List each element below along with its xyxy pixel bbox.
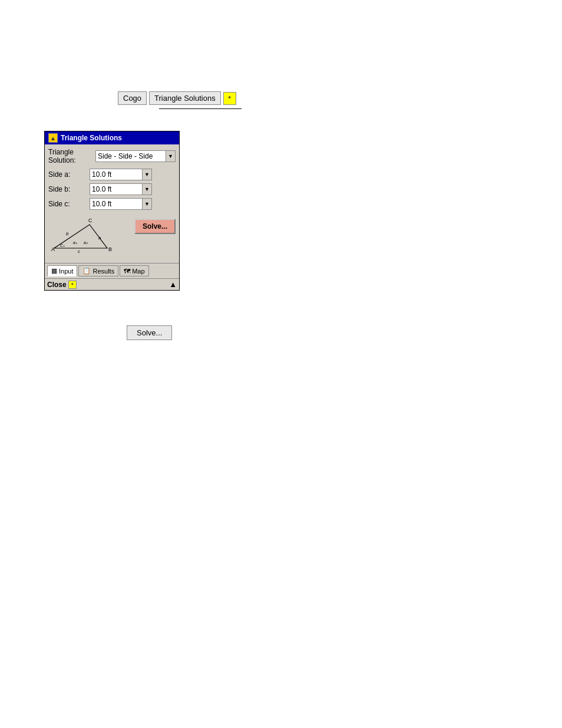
side-b-dropdown-btn[interactable]: ▼	[143, 183, 152, 195]
toolbar-icon-button[interactable]: *	[223, 92, 236, 105]
solution-row: Triangle Solution: ▼	[48, 148, 176, 164]
svg-text:C: C	[88, 218, 92, 223]
side-c-dropdown-btn[interactable]: ▼	[143, 198, 152, 210]
dialog-titlebar: ▲ Triangle Solutions	[45, 131, 179, 144]
solution-label: Triangle Solution:	[48, 148, 93, 164]
side-a-row: Side a: ▼	[48, 169, 176, 180]
side-a-combo: ▼	[90, 169, 152, 180]
dialog-title-icon: ▲	[48, 133, 58, 143]
side-c-combo: ▼	[90, 198, 152, 210]
side-a-dropdown-btn[interactable]: ▼	[143, 169, 152, 180]
side-b-label: Side b:	[48, 185, 90, 193]
svg-text:C₁: C₁	[60, 243, 65, 248]
footer-triangle-icon: ▲	[169, 280, 177, 289]
triangle-solutions-button[interactable]: Triangle Solutions	[149, 91, 221, 105]
toolbar-underline	[159, 108, 242, 109]
svg-text:a₂: a₂	[84, 241, 88, 245]
side-c-row: Side c: ▼	[48, 198, 176, 210]
side-a-label: Side a:	[48, 170, 90, 179]
tab-input[interactable]: ▦ Input	[47, 265, 77, 276]
input-tab-label: Input	[59, 268, 73, 275]
side-c-input[interactable]	[90, 198, 143, 210]
results-tab-label: Results	[92, 268, 114, 275]
results-tab-icon: 📋	[82, 267, 91, 275]
main-solve-button[interactable]: Solve...	[127, 325, 172, 340]
dialog-title-text: Triangle Solutions	[61, 134, 122, 142]
close-button[interactable]: Close *	[47, 281, 77, 289]
side-a-input[interactable]	[90, 169, 143, 180]
side-c-label: Side c:	[48, 200, 90, 208]
solution-combo-dropdown-btn[interactable]: ▼	[166, 150, 176, 162]
solution-combo-container: ▼	[95, 150, 176, 162]
dialog-tabs: ▦ Input 📋 Results 🗺 Map	[45, 263, 179, 278]
input-tab-icon: ▦	[51, 267, 57, 275]
close-icon: *	[68, 281, 77, 289]
side-b-input[interactable]	[90, 183, 143, 195]
side-b-row: Side b: ▼	[48, 183, 176, 195]
svg-text:B: B	[108, 246, 112, 252]
close-star-icon: *	[71, 282, 74, 288]
footer-right: ▲	[169, 280, 177, 289]
svg-text:A: A	[51, 246, 55, 252]
svg-text:a₁: a₁	[73, 241, 77, 245]
cogo-button[interactable]: Cogo	[118, 91, 147, 105]
triangle-svg: A B C b a c C₁ a₁ a₂	[48, 213, 119, 254]
dialog-body: Triangle Solution: ▼ Side a: ▼ Side b: ▼	[45, 144, 179, 263]
close-label: Close	[47, 281, 67, 289]
triangle-solutions-dialog: ▲ Triangle Solutions Triangle Solution: …	[44, 131, 180, 291]
toolbar: Cogo Triangle Solutions *	[118, 91, 236, 105]
solution-combo-input[interactable]	[95, 150, 166, 162]
svg-text:c: c	[78, 249, 80, 254]
side-b-combo: ▼	[90, 183, 152, 195]
tab-map[interactable]: 🗺 Map	[120, 265, 148, 276]
dialog-footer: Close * ▲	[45, 278, 179, 290]
title-triangle-icon: ▲	[50, 135, 56, 141]
dialog-solve-button[interactable]: Solve...	[134, 219, 176, 234]
triangle-diagram: A B C b a c C₁ a₁ a₂	[48, 213, 131, 256]
map-tab-icon: 🗺	[124, 268, 130, 275]
tab-results[interactable]: 📋 Results	[78, 265, 118, 276]
diagram-area: A B C b a c C₁ a₁ a₂ Solve...	[48, 213, 176, 256]
svg-text:a: a	[98, 235, 101, 241]
toolbar-star-icon: *	[229, 95, 231, 102]
svg-text:b: b	[66, 231, 69, 236]
map-tab-label: Map	[132, 268, 144, 275]
